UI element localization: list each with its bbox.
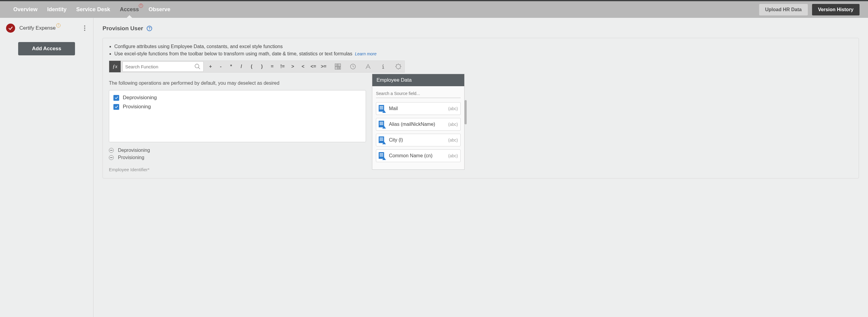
employee-identifier-label: Employee Identifier* <box>109 167 366 172</box>
field-name: Common Name (cn) <box>389 153 444 158</box>
operations-description: The following operations are performed b… <box>109 81 366 86</box>
sidebar-item-text: Certify Expense <box>19 25 56 31</box>
op-rparen[interactable]: ) <box>257 64 267 69</box>
op-lte[interactable]: <= <box>308 64 318 69</box>
sidebar: Certify Expense ! Add Access <box>0 18 93 317</box>
tab-identity[interactable]: Identity <box>42 1 71 18</box>
scrollbar-thumb[interactable] <box>465 100 467 124</box>
content: Provision User ? Configure attributes us… <box>93 18 868 317</box>
two-col: The following operations are performed b… <box>109 81 852 172</box>
collapsed-op-label: Provisioning <box>118 155 144 160</box>
help-icon[interactable]: ? <box>147 26 152 31</box>
op-plus[interactable]: + <box>205 64 216 69</box>
kebab-menu-icon[interactable] <box>82 23 87 34</box>
collapsed-ops-list: Deprovisioning Provisioning <box>109 148 366 160</box>
collapse-icon[interactable] <box>109 148 114 153</box>
svg-line-15 <box>353 67 354 67</box>
collapse-icon[interactable] <box>109 155 114 160</box>
instruction-item: Use excel-style functions from the toolb… <box>114 50 852 58</box>
employee-data-header: Employee Data <box>372 74 464 86</box>
learn-more-link[interactable]: Learn more <box>355 52 376 56</box>
page-title: Provision User <box>102 25 143 32</box>
field-item-alias[interactable]: Alias (mailNickName) (abc) <box>376 118 461 131</box>
op-divide[interactable]: / <box>236 64 247 69</box>
svg-point-20 <box>396 64 401 69</box>
tab-overview[interactable]: Overview <box>8 1 42 18</box>
text-tool-icon[interactable] <box>362 61 374 72</box>
field-type: (abc) <box>448 138 458 142</box>
svg-point-10 <box>339 67 339 67</box>
field-type: (abc) <box>448 153 458 158</box>
check-circle-icon <box>6 24 15 33</box>
operations-box: Deprovisioning Provisioning <box>109 90 366 142</box>
tab-observe[interactable]: Observe <box>144 1 175 18</box>
nav-tabs: Overview Identity Service Desk Access ! … <box>8 1 175 18</box>
upload-hr-data-button[interactable]: Upload HR Data <box>759 4 808 15</box>
svg-line-25 <box>396 64 397 65</box>
source-field-search-input[interactable] <box>376 90 461 98</box>
op-lt[interactable]: < <box>298 64 308 69</box>
field-item-cn[interactable]: Common Name (cn) (abc) <box>376 150 461 162</box>
field-type: (abc) <box>448 122 458 127</box>
checkbox-provisioning[interactable] <box>114 104 119 110</box>
field-item-city[interactable]: City (l) (abc) <box>376 134 461 147</box>
search-icon[interactable] <box>194 63 201 70</box>
op-neq[interactable]: != <box>277 64 288 69</box>
nav-actions: Upload HR Data Version History <box>759 4 860 15</box>
op-minus[interactable]: - <box>216 64 226 69</box>
field-name: Alias (mailNickName) <box>389 122 444 127</box>
field-name: Mail <box>389 106 444 111</box>
tab-service-desk[interactable]: Service Desk <box>71 1 115 18</box>
op-gte[interactable]: >= <box>318 64 329 69</box>
sidebar-item-label: Certify Expense ! <box>19 25 56 31</box>
collapsed-op-row: Deprovisioning <box>109 148 366 153</box>
svg-line-1 <box>198 67 200 69</box>
field-icon <box>379 121 385 128</box>
tab-access[interactable]: Access ! <box>115 1 144 18</box>
operator-buttons: + - * / ( ) = != > < <= >= <box>205 61 329 72</box>
op-eq[interactable]: = <box>267 64 277 69</box>
op-multiply[interactable]: * <box>226 64 236 69</box>
search-function-input[interactable] <box>125 64 194 69</box>
op-gt[interactable]: > <box>288 64 298 69</box>
math-tool-icon[interactable] <box>332 61 344 72</box>
field-icon <box>379 152 385 159</box>
navbar: Overview Identity Service Desk Access ! … <box>0 1 868 18</box>
field-type: (abc) <box>448 106 458 111</box>
svg-line-27 <box>400 68 401 69</box>
svg-point-0 <box>195 64 199 68</box>
svg-line-26 <box>400 64 401 65</box>
info-tool-icon[interactable] <box>377 61 389 72</box>
tab-access-label: Access <box>120 6 139 13</box>
add-access-button[interactable]: Add Access <box>18 42 75 55</box>
sidebar-item-certify-expense[interactable]: Certify Expense ! <box>0 18 93 42</box>
employee-data-panel: Employee Data Mail (abc) Alias (mailNick… <box>372 74 465 170</box>
left-col: The following operations are performed b… <box>109 81 366 172</box>
config-panel: Configure attributes using Employee Data… <box>102 38 859 179</box>
page-title-row: Provision User ? <box>102 25 859 32</box>
instruction-text: Use excel-style functions from the toolb… <box>114 51 352 56</box>
instruction-item: Configure attributes using Employee Data… <box>114 43 852 50</box>
main: Certify Expense ! Add Access Provision U… <box>0 18 868 317</box>
op-lparen[interactable]: ( <box>247 64 257 69</box>
version-history-button[interactable]: Version History <box>812 4 860 15</box>
svg-point-11 <box>339 68 339 69</box>
employee-data-body: Mail (abc) Alias (mailNickName) (abc) Ci… <box>372 86 464 169</box>
field-name: City (l) <box>389 137 444 143</box>
operation-label: Provisioning <box>123 104 151 110</box>
field-icon <box>379 136 385 144</box>
function-toolbar: ƒx + - * / ( ) = != > < <= >= <box>109 61 405 72</box>
fx-icon: ƒx <box>109 61 121 72</box>
search-function-wrapper <box>123 61 204 72</box>
collapsed-op-row: Provisioning <box>109 155 366 160</box>
checkbox-deprovisioning[interactable] <box>114 95 119 101</box>
field-icon <box>379 105 385 112</box>
operation-row: Provisioning <box>114 104 362 110</box>
clock-tool-icon[interactable] <box>347 61 359 72</box>
alert-icon: ! <box>139 4 143 8</box>
warning-icon: ! <box>56 23 61 28</box>
stats-tool-icon[interactable] <box>392 61 404 72</box>
collapsed-op-label: Deprovisioning <box>118 148 150 153</box>
field-item-mail[interactable]: Mail (abc) <box>376 102 461 115</box>
svg-point-16 <box>383 64 384 65</box>
